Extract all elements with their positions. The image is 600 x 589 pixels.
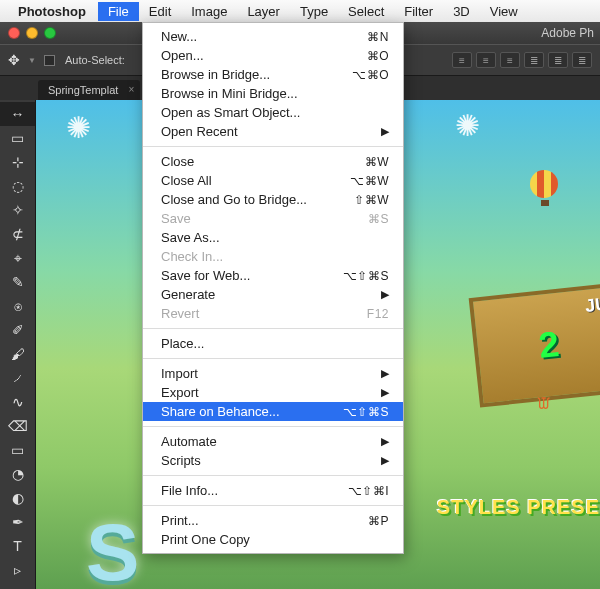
tool-button[interactable]: ⍟	[0, 294, 35, 318]
app-name[interactable]: Photoshop	[18, 4, 86, 19]
tool-button[interactable]: ⊄	[0, 222, 35, 246]
menu-item[interactable]: Scripts▶	[143, 451, 403, 470]
menu-item: RevertF12	[143, 304, 403, 323]
tool-button[interactable]: ⟋	[0, 366, 35, 390]
sign-top-text: JU	[584, 294, 600, 317]
submenu-arrow-icon: ▶	[381, 125, 389, 138]
menubar-item-file[interactable]: File	[98, 2, 139, 21]
align-icon[interactable]: ≣	[524, 52, 544, 68]
menu-item[interactable]: Print One Copy	[143, 530, 403, 549]
menu-item-label: Automate	[161, 434, 381, 449]
tool-button[interactable]: ⊹	[0, 150, 35, 174]
menubar-item-image[interactable]: Image	[181, 2, 237, 21]
menubar-item-type[interactable]: Type	[290, 2, 338, 21]
menu-item[interactable]: Open as Smart Object...	[143, 103, 403, 122]
zoom-window-button[interactable]	[44, 27, 56, 39]
menu-item-label: Open...	[161, 48, 367, 63]
menubar-item-filter[interactable]: Filter	[394, 2, 443, 21]
menubar-item-3d[interactable]: 3D	[443, 2, 480, 21]
menu-item[interactable]: Open Recent▶	[143, 122, 403, 141]
tool-button[interactable]: 🖌	[0, 342, 35, 366]
menu-item[interactable]: File Info...⌥⇧⌘I	[143, 481, 403, 500]
menu-item[interactable]: New...⌘N	[143, 27, 403, 46]
menu-separator	[143, 505, 403, 506]
menu-item[interactable]: Close⌘W	[143, 152, 403, 171]
align-icon[interactable]: ≡	[452, 52, 472, 68]
tool-button[interactable]: ∿	[0, 390, 35, 414]
submenu-arrow-icon: ▶	[381, 367, 389, 380]
menu-shortcut: ⌥⇧⌘S	[343, 269, 389, 283]
tool-button[interactable]: ✒	[0, 510, 35, 534]
tool-button[interactable]: ▹	[0, 558, 35, 582]
menu-shortcut: ⌘P	[368, 514, 389, 528]
menu-item[interactable]: Close and Go to Bridge...⇧⌘W	[143, 190, 403, 209]
menu-item-label: Close and Go to Bridge...	[161, 192, 354, 207]
tool-button[interactable]: ◔	[0, 462, 35, 486]
tool-button[interactable]: T	[0, 534, 35, 558]
menu-item-label: Print One Copy	[161, 532, 389, 547]
menu-item[interactable]: Export▶	[143, 383, 403, 402]
align-icon[interactable]: ≡	[500, 52, 520, 68]
menubar-item-select[interactable]: Select	[338, 2, 394, 21]
tool-button[interactable]: ▭	[0, 126, 35, 150]
menubar-item-view[interactable]: View	[480, 2, 528, 21]
minimize-window-button[interactable]	[26, 27, 38, 39]
menu-shortcut: ⌥⌘W	[350, 174, 389, 188]
align-icon[interactable]: ≣	[572, 52, 592, 68]
dropdown-icon[interactable]: ▼	[28, 56, 36, 65]
menu-item[interactable]: Close All⌥⌘W	[143, 171, 403, 190]
tool-button[interactable]: ⌫	[0, 414, 35, 438]
menu-shortcut: ⌘N	[367, 30, 389, 44]
menu-shortcut: ⇧⌘W	[354, 193, 389, 207]
menu-separator	[143, 146, 403, 147]
tool-button[interactable]: ◌	[0, 174, 35, 198]
align-icon[interactable]: ≡	[476, 52, 496, 68]
menu-item-label: Share on Behance...	[161, 404, 343, 419]
wooden-sign-graphic: JU 2	[469, 282, 600, 407]
menu-item-label: File Info...	[161, 483, 348, 498]
sign-main-text: 2	[537, 323, 561, 367]
tool-button[interactable]: ⌖	[0, 246, 35, 270]
tool-button[interactable]: ▭	[0, 438, 35, 462]
align-icon[interactable]: ≣	[548, 52, 568, 68]
move-tool-icon[interactable]: ✥	[8, 52, 20, 68]
close-tab-icon[interactable]: ×	[128, 84, 134, 95]
document-tab[interactable]: SpringTemplat ×	[38, 80, 140, 100]
menu-item[interactable]: Browse in Mini Bridge...	[143, 84, 403, 103]
menu-item[interactable]: Import▶	[143, 364, 403, 383]
menu-item[interactable]: Share on Behance...⌥⇧⌘S	[143, 402, 403, 421]
submenu-arrow-icon: ▶	[381, 288, 389, 301]
menu-separator	[143, 475, 403, 476]
menu-item[interactable]: Generate▶	[143, 285, 403, 304]
promo-text: STYLES PRESE	[437, 496, 600, 519]
submenu-arrow-icon: ▶	[381, 386, 389, 399]
menu-item[interactable]: Open...⌘O	[143, 46, 403, 65]
firework-graphic: ✺	[455, 108, 480, 143]
menu-item[interactable]: Print...⌘P	[143, 511, 403, 530]
menu-item[interactable]: Save for Web...⌥⇧⌘S	[143, 266, 403, 285]
auto-select-checkbox[interactable]	[44, 55, 55, 66]
menu-item-label: New...	[161, 29, 367, 44]
menubar-item-edit[interactable]: Edit	[139, 2, 181, 21]
tool-button[interactable]: ◐	[0, 486, 35, 510]
auto-select-label: Auto-Select:	[65, 54, 125, 66]
menu-item-label: Open as Smart Object...	[161, 105, 389, 120]
tool-button[interactable]: ↔	[0, 102, 35, 126]
balloon-graphic	[530, 170, 560, 208]
menu-item[interactable]: Place...	[143, 334, 403, 353]
menu-item[interactable]: Save As...	[143, 228, 403, 247]
mac-menubar: Photoshop FileEditImageLayerTypeSelectFi…	[0, 0, 600, 22]
menu-item-label: Export	[161, 385, 381, 400]
menu-item[interactable]: Browse in Bridge...⌥⌘O	[143, 65, 403, 84]
tool-button[interactable]: ✐	[0, 318, 35, 342]
menubar-item-layer[interactable]: Layer	[237, 2, 290, 21]
tool-button[interactable]: ✎	[0, 270, 35, 294]
tool-button[interactable]: ✧	[0, 198, 35, 222]
firework-graphic: ✺	[66, 110, 91, 145]
submenu-arrow-icon: ▶	[381, 454, 389, 467]
menu-item-label: Close All	[161, 173, 350, 188]
close-window-button[interactable]	[8, 27, 20, 39]
menu-item-label: Import	[161, 366, 381, 381]
menu-item[interactable]: Automate▶	[143, 432, 403, 451]
menu-item-label: Browse in Mini Bridge...	[161, 86, 389, 101]
